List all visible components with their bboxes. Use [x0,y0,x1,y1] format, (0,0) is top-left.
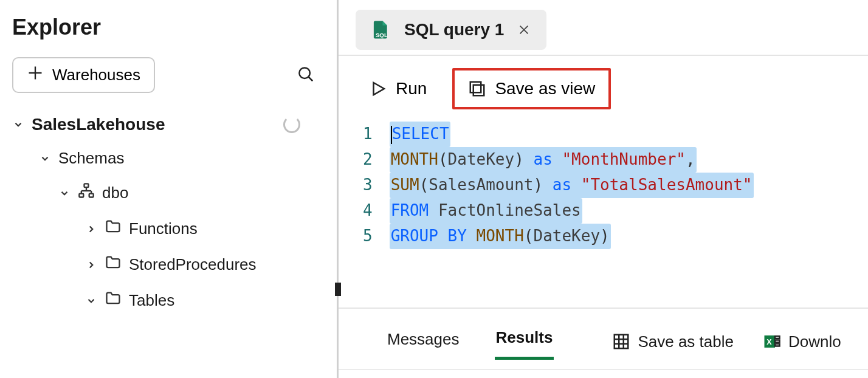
close-tab-button[interactable] [517,23,531,36]
chevron-down-icon [85,295,97,306]
query-toolbar: Run Save as view [339,56,868,122]
results-actions: Save as table X Downlo [612,332,841,351]
close-icon [517,23,531,36]
svg-line-3 [309,77,313,81]
svg-point-2 [299,67,310,78]
line-number: 3 [363,173,373,198]
token-keyword: FROM [391,201,429,219]
svg-rect-17 [615,335,629,349]
excel-icon: X [763,332,781,351]
tree-node-dbo[interactable]: dbo [12,175,325,211]
tree-node-functions[interactable]: Functions [12,211,325,247]
svg-rect-6 [89,194,94,198]
folder-icon [105,254,122,275]
token-keyword: as [533,150,552,168]
code-line: SUM(SalesAmount) as "TotalSalesAmount" [390,173,754,198]
tab-results[interactable]: Results [495,323,554,360]
token-paren: ) [533,176,543,194]
token-paren: ( [419,176,429,194]
table-icon [612,332,630,351]
token-function: MONTH [391,150,438,168]
svg-rect-26 [775,344,780,346]
plus-icon [27,64,44,86]
svg-rect-16 [474,85,484,96]
line-number: 4 [363,198,373,224]
loading-spinner-icon [283,116,300,133]
token-comma: , [686,150,695,168]
chevron-down-icon [58,188,71,199]
code-line: GROUP BY MONTH(DateKey) [390,224,754,249]
token-identifier: DateKey [534,227,601,245]
save-as-table-button[interactable]: Save as table [612,332,734,351]
token-paren: ) [600,227,610,245]
tree-label: Schemas [58,149,124,168]
chevron-right-icon [85,259,97,270]
editor-tab[interactable]: SQL SQL query 1 [356,10,546,50]
token-string: "TotalSalesAmount" [581,176,753,194]
download-excel-button[interactable]: X Downlo [763,332,841,351]
svg-rect-24 [775,336,780,338]
svg-text:X: X [766,338,772,346]
tab-messages[interactable]: Messages [386,325,461,359]
app-root: Explorer Warehouses SalesLakehouse [0,0,868,378]
search-icon [297,65,315,83]
token-paren: ( [438,150,448,168]
tree-node-stored-procedures[interactable]: StoredProcedures [12,247,325,283]
save-as-view-label: Save as view [495,79,595,98]
token-keyword: SELECT [392,125,449,143]
save-as-table-label: Save as table [638,332,734,351]
play-icon [369,80,387,98]
main-panel: SQL SQL query 1 Run Save as view [339,0,868,378]
token-keyword: as [553,176,571,194]
save-as-view-icon [468,80,486,98]
token-keyword: GROUP [391,227,438,245]
svg-rect-25 [775,340,780,343]
sql-editor[interactable]: 1 2 3 4 5 SELECT MONTH(DateKey) as "Mont… [339,122,868,249]
run-button[interactable]: Run [360,74,435,103]
line-number: 2 [363,147,373,173]
tree-label: SalesLakehouse [32,115,165,134]
token-paren: ( [524,227,534,245]
folder-icon [105,290,122,311]
tree-label: StoredProcedures [129,255,257,274]
token-string: "MonthNumber" [562,150,686,168]
line-number: 1 [363,122,373,147]
split-handle[interactable] [335,283,341,296]
token-function: MONTH [477,227,524,245]
svg-rect-15 [470,82,481,93]
explorer-toolbar: Warehouses [12,57,325,93]
editor-gutter: 1 2 3 4 5 [356,122,390,249]
token-identifier: SalesAmount [429,176,533,194]
tree-node-saleslakehouse[interactable]: SalesLakehouse [12,108,325,142]
editor-tab-title: SQL query 1 [404,20,504,40]
tree-node-schemas[interactable]: Schemas [12,142,325,175]
run-label: Run [396,79,427,98]
code-line: MONTH(DateKey) as "MonthNumber", [390,147,754,173]
editor-code[interactable]: SELECT MONTH(DateKey) as "MonthNumber", … [390,122,754,249]
results-panel: Messages Results Save as table X Downlo [339,308,868,360]
tree-label: Functions [129,219,198,238]
explorer-search-button[interactable] [293,64,319,86]
svg-rect-5 [79,194,83,198]
chevron-down-icon [39,153,51,164]
chevron-down-icon [12,119,24,130]
explorer-panel: Explorer Warehouses SalesLakehouse [0,0,339,378]
explorer-title: Explorer [12,15,325,40]
results-grid-edge [339,369,868,378]
sql-file-icon: SQL [371,19,391,40]
tree-node-tables[interactable]: Tables [12,283,325,318]
explorer-tree: SalesLakehouse Schemas dbo [12,108,325,318]
editor-tabbar: SQL SQL query 1 [339,0,868,50]
folder-icon [105,218,122,239]
svg-text:SQL: SQL [376,32,388,38]
add-warehouse-button[interactable]: Warehouses [12,57,155,93]
save-as-view-button[interactable]: Save as view [452,68,611,109]
token-identifier: FactOnlineSales [438,201,581,219]
code-line: SELECT [390,122,754,147]
token-paren: ) [514,150,524,168]
token-function: SUM [391,176,419,194]
svg-marker-14 [374,83,385,95]
code-line: FROM FactOnlineSales [390,198,754,224]
token-identifier: DateKey [448,150,515,168]
svg-rect-4 [84,184,89,187]
